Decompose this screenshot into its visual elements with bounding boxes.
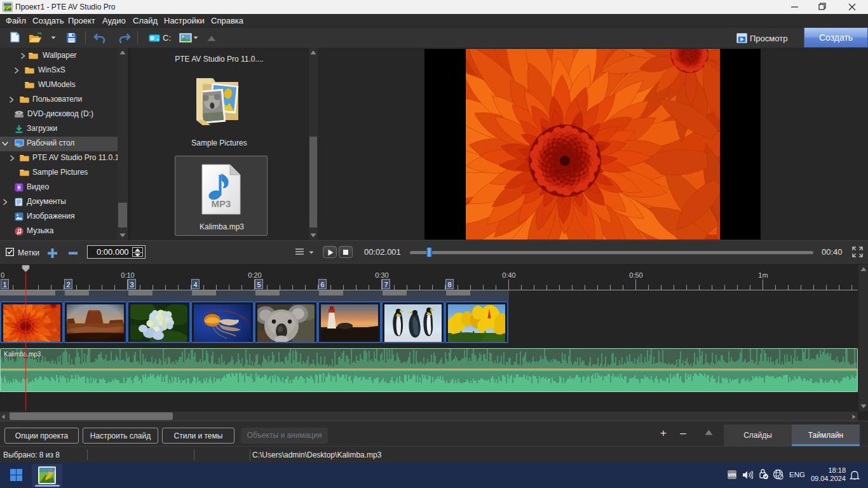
svg-text:MP3: MP3 <box>212 198 231 209</box>
